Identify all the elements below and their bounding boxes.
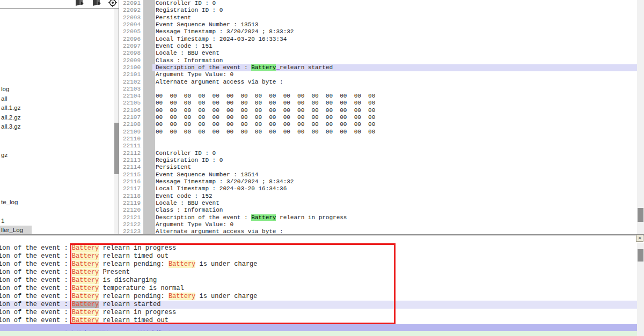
line-number: 22094 <box>122 21 141 28</box>
log-line-text: Argument Type Value: 0 <box>156 71 233 78</box>
editor-line[interactable]: 2210400 00 00 00 00 00 00 00 00 00 00 00… <box>0 93 637 100</box>
log-text-segment: ion of the event : <box>0 260 72 268</box>
editor-line[interactable]: 22119Locale : BBU event <box>0 200 637 207</box>
editor-line[interactable]: 22115Event Sequence Number : 13514 <box>0 171 637 178</box>
log-line-text: Persistent <box>156 164 191 171</box>
log-text-segment: ion of the event : <box>0 317 72 324</box>
editor-line[interactable]: 22101Argument Type Value: 0 <box>0 71 637 78</box>
log-line-text: Message Timestamp : 3/20/2024 ; 8:34:32 <box>156 178 294 185</box>
editor-line[interactable]: 22116Message Timestamp : 3/20/2024 ; 8:3… <box>0 178 637 185</box>
editor-line[interactable]: 22092Registration ID : 0 <box>0 7 637 14</box>
log-text-segment: ion of the event : <box>0 244 72 252</box>
line-number: 22122 <box>122 221 141 228</box>
log-line-text: Controller ID : 0 <box>156 0 216 7</box>
log-line-text: Event code : 151 <box>156 43 213 50</box>
log-line-text: Registration ID : 0 <box>156 7 223 14</box>
line-number: 22106 <box>122 107 141 114</box>
log-line-text: Event Sequence Number : 13514 <box>156 171 258 178</box>
editor-scrollbar-track[interactable] <box>637 0 644 234</box>
line-number: 22113 <box>122 157 141 164</box>
editor-line[interactable]: 2210700 00 00 00 00 00 00 00 00 00 00 00… <box>0 114 637 121</box>
editor-line[interactable]: 2210500 00 00 00 00 00 00 00 00 00 00 00… <box>0 100 637 107</box>
line-number: 22101 <box>122 71 141 78</box>
editor-line[interactable]: 22102Alternate argument access via byte … <box>0 79 637 86</box>
editor-line[interactable]: 22096Local Timestamp : 2024-03-20 16:33:… <box>0 36 637 43</box>
log-text-segment: ion of the event : <box>0 309 72 316</box>
line-number: 22096 <box>122 36 141 43</box>
line-number: 22097 <box>122 43 141 50</box>
search-match-green: Battery <box>251 214 276 221</box>
editor-line[interactable]: 22111 <box>0 143 637 150</box>
results-close-button[interactable]: ✕ <box>636 235 643 242</box>
editor-line[interactable]: 22118Event code : 152 <box>0 193 637 200</box>
log-line-text: Message Timestamp : 3/20/2024 ; 8:33:32 <box>156 28 294 35</box>
editor-line[interactable]: 22121Description of the event : Battery … <box>0 214 637 221</box>
line-number: 22117 <box>122 185 141 192</box>
log-text-segment: Description of the event : <box>156 214 251 221</box>
editor-line[interactable]: 22120Class : Information <box>0 207 637 214</box>
log-text-segment: ion of the event : <box>0 301 72 308</box>
editor-line[interactable]: 22093Persistent <box>0 14 637 21</box>
editor-line[interactable]: 22100Description of the event : Battery_… <box>0 64 637 71</box>
line-number: 22120 <box>122 207 141 214</box>
editor-line[interactable]: 22095Message Timestamp : 3/20/2024 ; 8:3… <box>0 28 637 35</box>
results-scrollbar-thumb[interactable] <box>638 249 643 262</box>
log-line-text: Local Timestamp : 2024-03-20 16:34:36 <box>156 185 287 192</box>
log-line-text: Locale : BBU event <box>156 50 219 57</box>
search-match-green: Battery <box>251 64 276 71</box>
log-text-segment: ion of the event : <box>0 268 72 276</box>
editor-line[interactable]: 22112Controller ID : 0 <box>0 150 637 157</box>
line-number: 22099 <box>122 57 141 64</box>
log-text-segment: ion of the event : <box>0 252 72 260</box>
search-summary-bar: e event" （1个文件中匹配到1123次，总计查找1次） <box>0 324 637 331</box>
log-line-text: 00 00 00 00 00 00 00 00 00 00 00 00 00 0… <box>156 121 375 128</box>
editor-line[interactable]: 22114Persistent <box>0 164 637 171</box>
editor-line[interactable]: 2210600 00 00 00 00 00 00 00 00 00 00 00… <box>0 107 637 114</box>
editor-line[interactable]: 22117Local Timestamp : 2024-03-20 16:34:… <box>0 185 637 192</box>
editor-line[interactable]: 22094Event Sequence Number : 13513 <box>0 21 637 28</box>
log-line-text: Class : Information <box>156 207 223 214</box>
log-text-segment: ion of the event : <box>0 277 72 284</box>
close-icon: ✕ <box>638 236 642 241</box>
log-line-text: Argument Type Value: 0 <box>156 221 233 228</box>
log-text-segment: relearn in progress <box>276 214 347 221</box>
editor-line[interactable]: 22103 <box>0 86 637 93</box>
log-line-text: 00 00 00 00 00 00 00 00 00 00 00 00 00 0… <box>156 100 375 107</box>
line-number: 22112 <box>122 150 141 157</box>
line-number: 22102 <box>122 79 141 86</box>
editor-line[interactable]: 22097Event code : 151 <box>0 43 637 50</box>
editor-line[interactable]: 22110 <box>0 136 637 143</box>
annotation-red-box <box>70 243 396 324</box>
log-line-text: Description of the event : Battery_relea… <box>156 64 333 71</box>
log-text-segment: ion of the event : <box>0 285 72 292</box>
log-text-segment: relearn started <box>280 64 333 71</box>
editor-line[interactable]: 2210800 00 00 00 00 00 00 00 00 00 00 00… <box>0 121 637 128</box>
line-number: 22092 <box>122 7 141 14</box>
line-number: 22105 <box>122 100 141 107</box>
line-number: 22121 <box>122 214 141 221</box>
line-number: 22116 <box>122 178 141 185</box>
editor-line[interactable]: 22091Controller ID : 0 <box>0 0 637 7</box>
log-line-text: Description of the event : Battery relea… <box>156 214 347 221</box>
log-text-segment: ion of the event : <box>0 293 72 300</box>
line-number: 22118 <box>122 193 141 200</box>
log-line-text: Class : Information <box>156 57 223 64</box>
editor-line[interactable]: 2210900 00 00 00 00 00 00 00 00 00 00 00… <box>0 129 637 136</box>
editor-scrollbar-thumb[interactable] <box>638 208 643 222</box>
editor-line[interactable]: 22122Argument Type Value: 0 <box>0 221 637 228</box>
editor-line[interactable]: 22098Locale : BBU event <box>0 50 637 57</box>
line-number: 22111 <box>122 143 141 150</box>
log-line-text: Controller ID : 0 <box>156 150 216 157</box>
log-line-text: 00 00 00 00 00 00 00 00 00 00 00 00 00 0… <box>156 129 375 136</box>
log-text-segment: Description of the event : <box>156 64 251 71</box>
line-number: 22098 <box>122 50 141 57</box>
log-line-text: Registration ID : 0 <box>156 157 223 164</box>
log-line-text: Alternate argument access via byte : <box>156 79 283 86</box>
line-number: 22091 <box>122 0 141 7</box>
line-number: 22093 <box>122 14 141 21</box>
log-line-text: Local Timestamp : 2024-03-20 16:33:34 <box>156 36 287 43</box>
line-number: 22104 <box>122 93 141 100</box>
editor-line[interactable]: 22099Class : Information <box>0 57 637 64</box>
log-line-text: Event Sequence Number : 13513 <box>156 21 258 28</box>
editor-line[interactable]: 22113Registration ID : 0 <box>0 157 637 164</box>
